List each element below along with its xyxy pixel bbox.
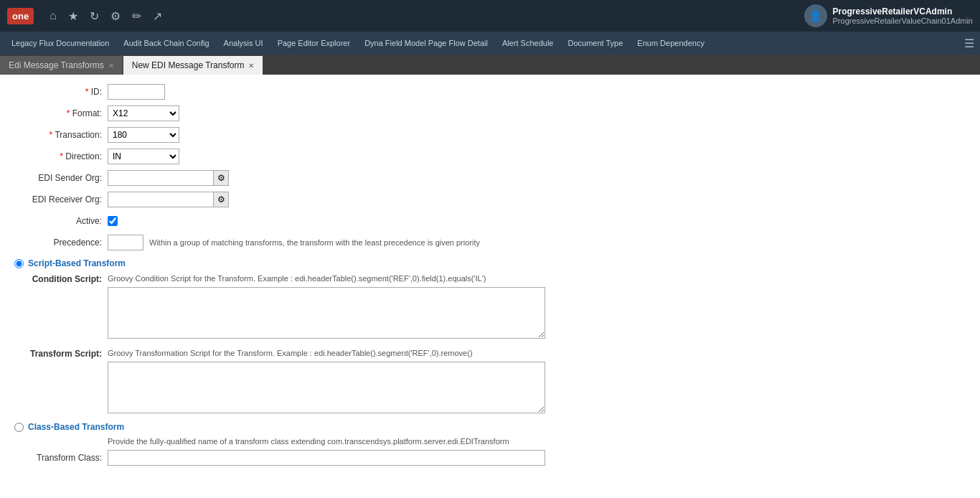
user-name: ProgressiveRetailerVCAdmin (833, 6, 973, 17)
nav-alert-schedule[interactable]: Alert Schedule (496, 32, 560, 55)
nav-enum-dependency[interactable]: Enum Dependency (631, 32, 710, 55)
refresh-icon[interactable]: ↻ (90, 9, 99, 23)
id-row: ID: (14, 83, 966, 100)
nav-dyna-field[interactable]: Dyna Field Model Page Flow Detail (359, 32, 494, 55)
nav-page-editor[interactable]: Page Editor Explorer (272, 32, 357, 55)
transform-script-label: Transform Script: (14, 347, 108, 359)
class-section-header: Class-Based Transform (14, 422, 966, 432)
precedence-label: Precedence: (14, 238, 108, 248)
precedence-row: Precedence: Within a group of matching t… (14, 234, 966, 251)
nav-analysis-ui[interactable]: Analysis UI (218, 32, 269, 55)
direction-row: Direction: IN OUT (14, 148, 966, 165)
tabs-bar: Edi Message Transforms ✕ New EDI Message… (0, 55, 980, 75)
condition-script-row: Condition Script: Groovy Condition Scrip… (14, 273, 966, 284)
receiver-org-label: EDI Receiver Org: (14, 194, 108, 205)
main-content: ID: Format: X12 EDIFACT TRADACOMS Transa… (0, 75, 980, 498)
transform-class-input[interactable] (108, 450, 545, 466)
receiver-org-search-button[interactable]: ⚙ (213, 192, 229, 207)
top-navbar: one ⌂ ★ ↻ ⚙ ✏ ↗ 👤 ProgressiveRetailerVCA… (0, 0, 980, 32)
transform-script-row: Transform Script: Groovy Transformation … (14, 347, 966, 359)
user-sub: ProgressiveRetailerValueChain01Admin (833, 17, 973, 25)
app-logo: one (7, 8, 34, 24)
transaction-row: Transaction: 180 850 856 810 (14, 126, 966, 144)
transform-class-row: Transform Class: (14, 449, 966, 466)
sender-org-label: EDI Sender Org: (14, 173, 108, 183)
active-row: Active: (14, 212, 966, 230)
transform-class-label: Transform Class: (14, 453, 108, 463)
condition-script-label: Condition Script: (14, 273, 108, 284)
direction-label: Direction: (14, 151, 108, 161)
tab-edi-message-transforms[interactable]: Edi Message Transforms ✕ (0, 56, 123, 75)
class-section-hint: Provide the fully-qualified name of a tr… (108, 437, 509, 446)
tab-label-new: New EDI Message Transform (132, 60, 245, 70)
class-based-radio[interactable] (14, 423, 24, 432)
star-icon[interactable]: ★ (68, 9, 78, 23)
direction-select[interactable]: IN OUT (108, 149, 179, 164)
precedence-hint: Within a group of matching transforms, t… (149, 238, 480, 247)
precedence-input[interactable] (108, 235, 143, 250)
condition-script-textarea[interactable] (108, 287, 545, 339)
settings-icon[interactable]: ⚙ (110, 9, 121, 23)
hamburger-icon[interactable]: ☰ (964, 37, 974, 50)
nav-audit-back-chain[interactable]: Audit Back Chain Config (118, 32, 215, 55)
home-icon[interactable]: ⌂ (50, 9, 57, 22)
script-section-title[interactable]: Script-Based Transform (28, 258, 126, 268)
transform-script-hint: Groovy Transformation Script for the Tra… (108, 349, 473, 357)
script-based-radio[interactable] (14, 259, 24, 268)
user-info: 👤 ProgressiveRetailerVCAdmin Progressive… (804, 4, 973, 27)
active-label: Active: (14, 216, 108, 226)
expand-icon[interactable]: ↗ (153, 9, 162, 23)
id-input[interactable] (108, 84, 165, 100)
tab-close-edi[interactable]: ✕ (108, 62, 114, 70)
format-select[interactable]: X12 EDIFACT TRADACOMS (108, 105, 179, 121)
transform-script-textarea[interactable] (108, 362, 545, 413)
tab-label-edi: Edi Message Transforms (9, 60, 104, 70)
secondary-navbar: Legacy Flux Documentation Audit Back Cha… (0, 32, 980, 55)
transaction-select[interactable]: 180 850 856 810 (108, 127, 179, 143)
receiver-org-input[interactable] (108, 192, 214, 207)
format-label: Format: (14, 108, 108, 118)
sender-org-row: EDI Sender Org: ⚙ (14, 169, 966, 187)
id-label: ID: (14, 87, 108, 97)
sender-org-search-button[interactable]: ⚙ (213, 170, 229, 186)
condition-script-hint: Groovy Condition Script for the Transfor… (108, 274, 486, 283)
tab-close-new[interactable]: ✕ (248, 62, 254, 70)
nav-document-type[interactable]: Document Type (562, 32, 628, 55)
nav-legacy-flux[interactable]: Legacy Flux Documentation (6, 32, 115, 55)
script-section-header: Script-Based Transform (14, 258, 966, 268)
sender-org-input[interactable] (108, 170, 214, 186)
edit-icon[interactable]: ✏ (132, 9, 141, 23)
format-row: Format: X12 EDIFACT TRADACOMS (14, 105, 966, 122)
transaction-label: Transaction: (14, 130, 108, 140)
active-checkbox[interactable] (108, 216, 118, 226)
tab-new-edi-transform[interactable]: New EDI Message Transform ✕ (123, 56, 264, 75)
user-avatar: 👤 (804, 4, 827, 27)
receiver-org-row: EDI Receiver Org: ⚙ (14, 191, 966, 208)
class-section-title[interactable]: Class-Based Transform (28, 422, 124, 432)
